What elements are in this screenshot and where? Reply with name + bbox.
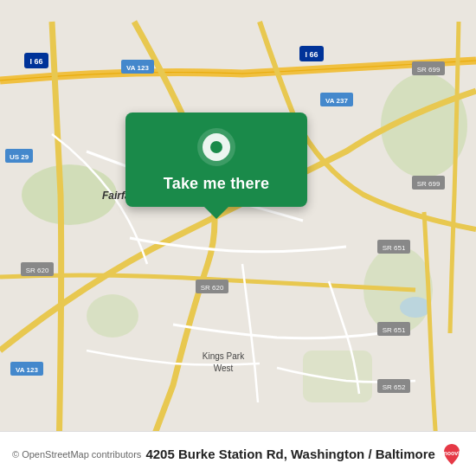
callout-popup[interactable]: Take me there (125, 113, 307, 207)
svg-text:moovit: moovit (442, 450, 463, 456)
svg-text:SR 620: SR 620 (201, 284, 224, 292)
svg-point-39 (210, 141, 222, 153)
attribution: © OpenStreetMap contributors (12, 449, 141, 460)
copyright-text: © OpenStreetMap contributors (12, 449, 141, 460)
svg-point-5 (400, 297, 431, 318)
address-label: 4205 Burke Station Rd, Washington / Balt… (141, 447, 440, 461)
moovit-logo: moovit (440, 442, 464, 466)
svg-text:US 29: US 29 (10, 153, 29, 161)
svg-text:VA 237: VA 237 (325, 97, 348, 105)
svg-text:Kings Park: Kings Park (203, 351, 245, 361)
svg-text:SR 699: SR 699 (417, 66, 441, 74)
svg-text:I 66: I 66 (305, 50, 318, 59)
svg-text:West: West (214, 363, 234, 373)
map-container: I 66 I 66 VA 123 VA 237 VA 237 SR 699 SR… (0, 0, 476, 476)
map-svg: I 66 I 66 VA 123 VA 237 VA 237 SR 699 SR… (0, 0, 476, 476)
bottom-bar: © OpenStreetMap contributors 4205 Burke … (0, 431, 476, 476)
svg-text:VA 123: VA 123 (126, 64, 149, 72)
moovit-icon: moovit (440, 442, 464, 466)
svg-text:SR 699: SR 699 (417, 180, 441, 188)
svg-text:VA 123: VA 123 (16, 366, 38, 374)
svg-point-3 (87, 294, 138, 338)
svg-text:SR 651: SR 651 (383, 326, 406, 334)
svg-text:SR 620: SR 620 (26, 267, 49, 274)
svg-text:I 66: I 66 (29, 57, 42, 66)
svg-text:SR 652: SR 652 (383, 383, 406, 391)
callout-label: Take me there (164, 175, 269, 193)
svg-text:SR 651: SR 651 (383, 244, 406, 252)
location-pin-icon (197, 128, 235, 166)
